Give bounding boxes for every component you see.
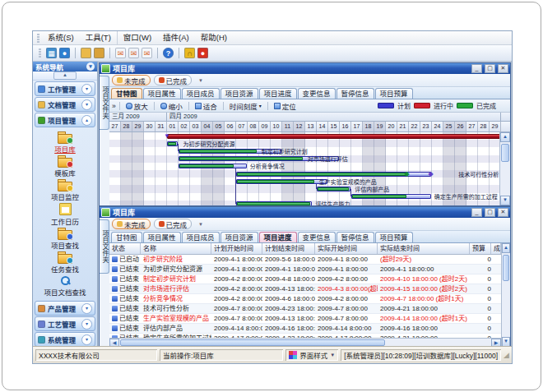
locate-button[interactable]: 定位 — [272, 101, 299, 111]
column-header-预算[interactable]: 预算 — [470, 243, 491, 254]
globe-icon[interactable]: ● — [59, 48, 70, 58]
sidebar-group-产品管理[interactable]: 产品管理▾ — [35, 301, 95, 316]
gantt-bar-complete[interactable] — [168, 142, 176, 145]
sidebar-item-项目文档查找[interactable]: 项目文档查找 — [33, 275, 97, 297]
timescale-button[interactable]: 时间刻度▾ — [227, 101, 264, 111]
gantt-bar-summary[interactable] — [167, 134, 499, 139]
vscroll-track[interactable] — [500, 142, 510, 196]
sidebar-group-工作管理[interactable]: 工作管理▾ — [35, 81, 95, 96]
scroll-right-icon[interactable]: ▶ — [491, 339, 501, 346]
menu-item-2[interactable]: 窗口(W) — [118, 31, 157, 44]
chevron-down-icon[interactable]: ▾ — [81, 334, 92, 345]
sidebar-item-项目查找[interactable]: 项目查找 — [33, 228, 97, 250]
tab-项目预算[interactable]: 项目预算 — [375, 88, 413, 99]
mail-new-icon[interactable]: ✉ — [115, 48, 126, 58]
sidebar-item-工作日历[interactable]: 工作日历 — [33, 203, 97, 226]
tab-甘特图[interactable]: 甘特图 — [111, 232, 142, 242]
table-row[interactable]: 已结束确定生产所需的加工过程2009-4-17 8:00:002009-4-23… — [109, 334, 501, 338]
table-hscrollbar[interactable]: ◀ ▶ — [109, 338, 501, 346]
menu-item-3[interactable]: 插件(A) — [157, 31, 195, 44]
column-header-计划开始时间[interactable]: 计划开始时间 — [211, 243, 262, 254]
column-header-成[interactable]: 成 — [491, 243, 501, 254]
help-icon[interactable]: ? — [163, 48, 174, 58]
tab-甘特图[interactable]: 甘特图 — [111, 88, 142, 99]
sidebar-group-工艺管理[interactable]: 工艺管理▾ — [35, 316, 95, 331]
gantt-bar-complete[interactable] — [237, 180, 314, 183]
scroll-up-icon[interactable]: ▲ — [500, 132, 510, 142]
vscroll-thumb[interactable] — [501, 144, 509, 162]
table-row[interactable]: 已结束为初步研究分配资源2009-4-1 8:00:002009-4-1 18:… — [109, 265, 501, 274]
tab-暂停信息[interactable]: 暂停信息 — [336, 232, 374, 242]
tab-项目资源[interactable]: 项目资源 — [220, 232, 258, 242]
ui-style-selector[interactable]: 界面样式 ▼ — [285, 349, 338, 361]
table-row[interactable]: 已结束生产实验室规模的产品2009-4-7 8:00:002009-4-13 1… — [109, 314, 501, 324]
table-row[interactable]: 已结束制定初步研究计划2009-4-2 8:00:002009-4-8 18:0… — [109, 274, 501, 284]
sidebar-item-任务查找[interactable]: 任务查找 — [33, 251, 97, 274]
tab-项目进度[interactable]: 项目进度 — [259, 88, 297, 99]
gantt-bar-complete[interactable] — [237, 202, 310, 205]
chevron-up-icon[interactable]: ▴ — [81, 115, 92, 126]
gantt-vscrollbar[interactable]: ▲▼ — [499, 132, 510, 205]
zoom-in-button[interactable]: 放大 — [123, 101, 151, 111]
gantt-window-titlebar[interactable]: 项目库 _ ▢ ✕ — [100, 63, 510, 74]
sidebar-group-文档管理[interactable]: 文档管理▾ — [35, 97, 95, 112]
table-row[interactable]: 已结束技术可行性分析2009-4-7 8:00:002009-4-23 18:0… — [109, 304, 501, 314]
close-icon[interactable]: ✕ — [498, 208, 508, 217]
gantt-bar-complete[interactable] — [179, 157, 303, 160]
column-header-状态[interactable]: 状态 — [109, 243, 141, 254]
sidebar-group-项目管理[interactable]: 项目管理▴ — [35, 113, 95, 127]
gantt-bar-complete[interactable] — [179, 150, 257, 153]
sidebar-item-项目监控[interactable]: 项目监控 — [33, 179, 97, 201]
close-icon[interactable]: ✕ — [498, 64, 508, 73]
scroll-down-icon[interactable]: ▼ — [500, 196, 510, 205]
hscroll-thumb[interactable] — [120, 339, 385, 346]
scroll-up-icon[interactable]: ▲ — [502, 243, 510, 253]
tab-项目属性[interactable]: 项目属性 — [143, 232, 181, 242]
table-vscrollbar[interactable]: ▲▼ — [501, 243, 510, 346]
gantt-bar-complete[interactable] — [237, 173, 406, 176]
column-header-实际开始时间[interactable]: 实际开始时间 — [315, 243, 378, 254]
tab-暂停信息[interactable]: 暂停信息 — [336, 88, 374, 99]
maximize-icon[interactable]: ▢ — [485, 208, 495, 217]
tab-项目成员[interactable]: 项目成员 — [182, 232, 220, 242]
column-header-计划结束时间[interactable]: 计划结束时间 — [262, 243, 315, 254]
resize-grip[interactable]: ◢ — [504, 351, 509, 359]
table-row[interactable]: 已结束对市场进行评估2009-4-2 8:00:002009-4-13 18:0… — [109, 284, 501, 294]
vscroll-track[interactable] — [502, 253, 510, 337]
tab-项目预算[interactable]: 项目预算 — [375, 232, 413, 242]
menu-item-1[interactable]: 工具(T) — [80, 31, 118, 44]
stop-icon[interactable]: ● — [197, 48, 208, 58]
chevron-down-icon[interactable]: ▾ — [81, 99, 92, 110]
scroll-down-icon[interactable]: ▼ — [502, 337, 510, 346]
filter-已完成[interactable]: 已完成 — [154, 219, 193, 229]
filter-more-icon[interactable]: ▼ — [198, 222, 203, 227]
table-row[interactable]: 已结束分析竞争情况2009-4-2 8:00:002009-4-6 18:00:… — [109, 294, 501, 304]
collapse-arrow-icon[interactable]: ▲ — [53, 71, 77, 80]
tab-项目属性[interactable]: 项目属性 — [143, 88, 181, 99]
mail-open-icon[interactable]: ✉ — [128, 48, 139, 58]
column-header-实际结束时间[interactable]: 实际结束时间 — [378, 243, 470, 254]
maximize-icon[interactable]: ▢ — [485, 64, 495, 73]
tab-项目进度[interactable]: 项目进度 — [259, 232, 297, 242]
sidebar-group-系统管理[interactable]: 系统管理▾ — [35, 332, 95, 347]
folder-open-icon[interactable] — [94, 48, 104, 58]
scroll-left-icon[interactable]: ◀ — [109, 339, 119, 346]
menu-item-0[interactable]: 系统(S) — [42, 31, 80, 44]
minimize-icon[interactable]: _ — [471, 64, 482, 73]
filter-未完成[interactable]: 未完成 — [112, 75, 151, 85]
fit-button[interactable]: 适合 — [193, 101, 220, 111]
monitor-icon[interactable]: ▦ — [46, 48, 57, 58]
sidebar-menu-icon[interactable]: ▾ — [86, 62, 95, 71]
vscroll-thumb[interactable] — [503, 255, 509, 281]
sidebar-item-项目库[interactable]: 项目库 — [33, 131, 97, 154]
gantt-bar-complete[interactable] — [318, 187, 349, 191]
chevron-down-icon[interactable]: ▾ — [81, 84, 92, 95]
table-row[interactable]: 已结束评估内部产品2009-4-14 8:00:002009-4-16 18:0… — [109, 324, 501, 334]
table-row[interactable]: 已启动初步研究阶段2009-4-1 8:00:002009-5-6 18:00:… — [109, 255, 501, 265]
sidebar-item-模板库[interactable]: 模板库 — [33, 155, 97, 178]
table-window-titlebar[interactable]: 项目库 _ ▢ ✕ — [100, 207, 510, 218]
tab-项目成员[interactable]: 项目成员 — [182, 88, 220, 99]
minimize-icon[interactable]: _ — [471, 208, 482, 217]
folder-icon[interactable] — [81, 48, 91, 58]
mail-send-icon[interactable]: ✉ — [142, 48, 152, 58]
